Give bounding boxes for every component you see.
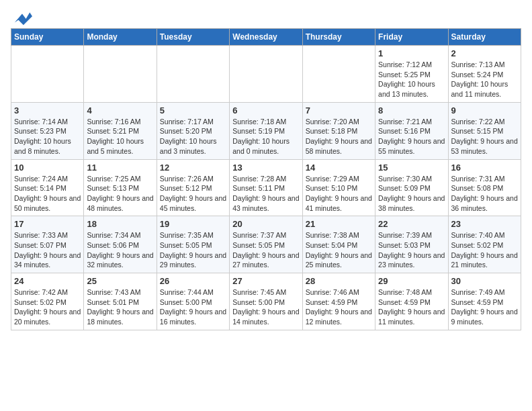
cell-content: Sunrise: 7:33 AM Sunset: 5:07 PM Dayligh… bbox=[14, 230, 81, 270]
cell-content: Sunrise: 7:22 AM Sunset: 5:15 PM Dayligh… bbox=[451, 117, 518, 156]
calendar-cell: 4Sunrise: 7:16 AM Sunset: 5:21 PM Daylig… bbox=[84, 102, 157, 159]
calendar-cell: 20Sunrise: 7:37 AM Sunset: 5:05 PM Dayli… bbox=[230, 216, 302, 273]
day-number: 6 bbox=[232, 105, 299, 116]
day-number: 5 bbox=[160, 105, 226, 116]
day-number: 24 bbox=[14, 276, 81, 286]
cell-content: Sunrise: 7:48 AM Sunset: 4:59 PM Dayligh… bbox=[378, 287, 445, 327]
calendar-cell: 17Sunrise: 7:33 AM Sunset: 5:07 PM Dayli… bbox=[11, 216, 84, 273]
cell-content: Sunrise: 7:16 AM Sunset: 5:21 PM Dayligh… bbox=[87, 117, 153, 156]
day-number: 10 bbox=[14, 163, 81, 173]
calendar-cell: 28Sunrise: 7:46 AM Sunset: 4:59 PM Dayli… bbox=[302, 273, 375, 330]
cell-content: Sunrise: 7:14 AM Sunset: 5:23 PM Dayligh… bbox=[14, 117, 81, 156]
calendar-cell bbox=[157, 46, 229, 103]
cell-content: Sunrise: 7:28 AM Sunset: 5:11 PM Dayligh… bbox=[232, 174, 299, 214]
day-header-friday: Friday bbox=[375, 29, 448, 46]
day-number: 16 bbox=[451, 163, 518, 173]
cell-content: Sunrise: 7:29 AM Sunset: 5:10 PM Dayligh… bbox=[306, 174, 372, 214]
day-number: 20 bbox=[232, 219, 299, 229]
day-number: 13 bbox=[232, 163, 299, 173]
calendar-cell: 23Sunrise: 7:40 AM Sunset: 5:02 PM Dayli… bbox=[448, 216, 521, 273]
cell-content: Sunrise: 7:21 AM Sunset: 5:16 PM Dayligh… bbox=[378, 117, 445, 156]
day-header-saturday: Saturday bbox=[448, 29, 521, 46]
cell-content: Sunrise: 7:40 AM Sunset: 5:02 PM Dayligh… bbox=[451, 230, 518, 270]
day-number: 19 bbox=[160, 219, 226, 229]
calendar-cell: 26Sunrise: 7:44 AM Sunset: 5:00 PM Dayli… bbox=[157, 273, 229, 330]
cell-content: Sunrise: 7:13 AM Sunset: 5:24 PM Dayligh… bbox=[451, 60, 518, 99]
day-number: 27 bbox=[232, 276, 299, 286]
calendar-cell: 5Sunrise: 7:17 AM Sunset: 5:20 PM Daylig… bbox=[157, 102, 229, 159]
day-number: 14 bbox=[306, 163, 372, 173]
day-header-sunday: Sunday bbox=[11, 29, 84, 46]
calendar-cell: 16Sunrise: 7:31 AM Sunset: 5:08 PM Dayli… bbox=[448, 159, 521, 216]
cell-content: Sunrise: 7:45 AM Sunset: 5:00 PM Dayligh… bbox=[232, 287, 299, 327]
day-number: 9 bbox=[451, 105, 518, 116]
calendar-cell bbox=[11, 46, 84, 103]
calendar-cell: 13Sunrise: 7:28 AM Sunset: 5:11 PM Dayli… bbox=[230, 159, 302, 216]
day-number: 15 bbox=[378, 163, 445, 173]
cell-content: Sunrise: 7:34 AM Sunset: 5:06 PM Dayligh… bbox=[87, 230, 153, 270]
cell-content: Sunrise: 7:18 AM Sunset: 5:19 PM Dayligh… bbox=[232, 117, 299, 156]
calendar-cell: 21Sunrise: 7:38 AM Sunset: 5:04 PM Dayli… bbox=[302, 216, 375, 273]
page-header bbox=[11, 11, 521, 21]
calendar-cell: 7Sunrise: 7:20 AM Sunset: 5:18 PM Daylig… bbox=[302, 102, 375, 159]
day-number: 12 bbox=[160, 163, 226, 173]
calendar-cell: 1Sunrise: 7:12 AM Sunset: 5:25 PM Daylig… bbox=[375, 46, 448, 103]
day-number: 7 bbox=[306, 105, 372, 116]
day-number: 21 bbox=[306, 219, 372, 229]
cell-content: Sunrise: 7:37 AM Sunset: 5:05 PM Dayligh… bbox=[232, 230, 299, 270]
calendar-cell: 30Sunrise: 7:49 AM Sunset: 4:59 PM Dayli… bbox=[448, 273, 521, 330]
day-header-monday: Monday bbox=[84, 29, 157, 46]
calendar-cell: 14Sunrise: 7:29 AM Sunset: 5:10 PM Dayli… bbox=[302, 159, 375, 216]
day-number: 1 bbox=[378, 48, 445, 58]
calendar-cell: 22Sunrise: 7:39 AM Sunset: 5:03 PM Dayli… bbox=[375, 216, 448, 273]
calendar-table: SundayMondayTuesdayWednesdayThursdayFrid… bbox=[11, 28, 521, 330]
cell-content: Sunrise: 7:31 AM Sunset: 5:08 PM Dayligh… bbox=[451, 174, 518, 214]
calendar-cell: 12Sunrise: 7:26 AM Sunset: 5:12 PM Dayli… bbox=[157, 159, 229, 216]
cell-content: Sunrise: 7:26 AM Sunset: 5:12 PM Dayligh… bbox=[160, 174, 226, 214]
calendar-header-row: SundayMondayTuesdayWednesdayThursdayFrid… bbox=[11, 29, 521, 46]
logo bbox=[11, 11, 32, 21]
calendar-cell: 29Sunrise: 7:48 AM Sunset: 4:59 PM Dayli… bbox=[375, 273, 448, 330]
calendar-cell: 25Sunrise: 7:43 AM Sunset: 5:01 PM Dayli… bbox=[84, 273, 157, 330]
day-header-wednesday: Wednesday bbox=[230, 29, 302, 46]
calendar-cell: 10Sunrise: 7:24 AM Sunset: 5:14 PM Dayli… bbox=[11, 159, 84, 216]
calendar-cell: 27Sunrise: 7:45 AM Sunset: 5:00 PM Dayli… bbox=[230, 273, 302, 330]
calendar-week-row: 10Sunrise: 7:24 AM Sunset: 5:14 PM Dayli… bbox=[11, 159, 521, 216]
day-number: 26 bbox=[160, 276, 226, 286]
day-number: 4 bbox=[87, 105, 153, 116]
cell-content: Sunrise: 7:12 AM Sunset: 5:25 PM Dayligh… bbox=[378, 60, 445, 99]
day-number: 30 bbox=[451, 276, 518, 286]
day-number: 11 bbox=[87, 163, 153, 173]
calendar-cell: 19Sunrise: 7:35 AM Sunset: 5:05 PM Dayli… bbox=[157, 216, 229, 273]
cell-content: Sunrise: 7:30 AM Sunset: 5:09 PM Dayligh… bbox=[378, 174, 445, 214]
day-number: 29 bbox=[378, 276, 445, 286]
day-number: 3 bbox=[14, 105, 81, 116]
calendar-cell: 24Sunrise: 7:42 AM Sunset: 5:02 PM Dayli… bbox=[11, 273, 84, 330]
svg-marker-0 bbox=[15, 13, 32, 26]
calendar-week-row: 3Sunrise: 7:14 AM Sunset: 5:23 PM Daylig… bbox=[11, 102, 521, 159]
day-number: 28 bbox=[306, 276, 372, 286]
cell-content: Sunrise: 7:24 AM Sunset: 5:14 PM Dayligh… bbox=[14, 174, 81, 214]
day-number: 17 bbox=[14, 219, 81, 229]
calendar-cell bbox=[302, 46, 375, 103]
cell-content: Sunrise: 7:49 AM Sunset: 4:59 PM Dayligh… bbox=[451, 287, 518, 327]
calendar-cell bbox=[230, 46, 302, 103]
calendar-cell: 8Sunrise: 7:21 AM Sunset: 5:16 PM Daylig… bbox=[375, 102, 448, 159]
cell-content: Sunrise: 7:35 AM Sunset: 5:05 PM Dayligh… bbox=[160, 230, 226, 270]
cell-content: Sunrise: 7:20 AM Sunset: 5:18 PM Dayligh… bbox=[306, 117, 372, 156]
calendar-cell: 11Sunrise: 7:25 AM Sunset: 5:13 PM Dayli… bbox=[84, 159, 157, 216]
calendar-cell: 15Sunrise: 7:30 AM Sunset: 5:09 PM Dayli… bbox=[375, 159, 448, 216]
calendar-week-row: 1Sunrise: 7:12 AM Sunset: 5:25 PM Daylig… bbox=[11, 46, 521, 103]
day-number: 23 bbox=[451, 219, 518, 229]
calendar-cell: 3Sunrise: 7:14 AM Sunset: 5:23 PM Daylig… bbox=[11, 102, 84, 159]
calendar-cell: 18Sunrise: 7:34 AM Sunset: 5:06 PM Dayli… bbox=[84, 216, 157, 273]
cell-content: Sunrise: 7:44 AM Sunset: 5:00 PM Dayligh… bbox=[160, 287, 226, 327]
calendar-week-row: 17Sunrise: 7:33 AM Sunset: 5:07 PM Dayli… bbox=[11, 216, 521, 273]
cell-content: Sunrise: 7:17 AM Sunset: 5:20 PM Dayligh… bbox=[160, 117, 226, 156]
day-number: 8 bbox=[378, 105, 445, 116]
cell-content: Sunrise: 7:43 AM Sunset: 5:01 PM Dayligh… bbox=[87, 287, 153, 327]
cell-content: Sunrise: 7:38 AM Sunset: 5:04 PM Dayligh… bbox=[306, 230, 372, 270]
day-header-tuesday: Tuesday bbox=[157, 29, 229, 46]
cell-content: Sunrise: 7:46 AM Sunset: 4:59 PM Dayligh… bbox=[306, 287, 372, 327]
day-header-thursday: Thursday bbox=[302, 29, 375, 46]
